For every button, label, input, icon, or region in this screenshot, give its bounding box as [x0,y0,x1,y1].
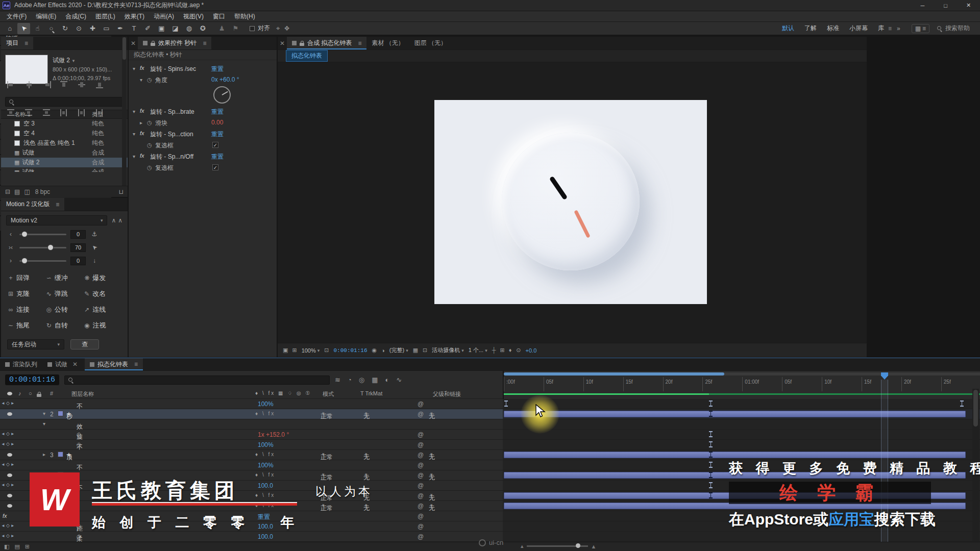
hand-tool-icon[interactable]: ☝ [31,23,44,34]
current-time[interactable]: 0:00:01:16 [334,347,368,354]
motion-action-button[interactable]: ⊞ 克隆 [7,289,45,298]
timeline-zoom-thumb[interactable] [504,372,724,375]
workspace-tab[interactable]: 默认 [777,24,799,33]
motion-action-button[interactable]: + 回弹 [7,273,45,283]
align-right-icon[interactable] [43,81,51,88]
stopwatch-icon[interactable]: ◷ [147,119,152,126]
transparency-grid-icon[interactable]: ⊡ [423,347,427,354]
camera-tool-icon[interactable]: ⊙ [72,23,85,34]
layer-name-column[interactable]: 图层名称 [71,390,94,398]
apply-button[interactable]: 查 [70,339,99,349]
curve-alt-icon[interactable]: ∧ [118,217,122,224]
distribute-right-icon[interactable] [96,109,104,116]
channel-icon[interactable]: ◑ [381,347,385,354]
effect-checkbox[interactable]: ✓ [212,164,218,170]
close-button[interactable]: ✕ [957,0,980,11]
grid-guides-icon[interactable]: ⊞ [292,347,297,354]
layer-switches[interactable]: ♦ \ fx [255,411,316,416]
puppet-tool-icon[interactable]: ✪ [197,23,209,34]
timeline-jump-icon[interactable]: ♦ [509,347,512,354]
parent-dropdown[interactable]: 无▾ [429,452,495,457]
keyframe-navigator[interactable]: ◄◇► [1,462,23,467]
panel-grid-icon[interactable]: ▦ [915,25,921,32]
twirl-icon[interactable]: ▸ [140,120,142,126]
keyframe-icon[interactable] [709,482,713,488]
pickwhip-icon[interactable]: @ [418,431,424,438]
lock-icon[interactable] [300,43,304,46]
ruler-tick[interactable]: 20f [901,377,941,391]
effect-property-row[interactable]: ◷ 复选框 ✓ [129,140,277,151]
motion-action-button[interactable]: ❋ 爆发 [83,273,121,283]
keyframe-navigator[interactable]: ◄◇► [1,441,23,446]
motion-action-button[interactable]: ◉ 注视 [83,321,121,330]
slider-track[interactable] [19,234,66,235]
motion-action-button[interactable]: ∞ 连接 [7,305,45,314]
motion-action-button[interactable]: ∿ 弹跳 [45,289,84,298]
menu-item[interactable]: 图层(L) [91,12,120,21]
effect-group-row[interactable]: ▾fx 旋转 - Sp...n/Off 重置 [129,151,277,162]
workspace-overflow[interactable]: » [893,25,904,32]
layer-name[interactable]: ★ ◷ 顶层 [66,452,71,458]
layer-color-swatch[interactable] [58,452,63,457]
align-bottom-icon[interactable] [96,81,104,88]
layer-duration-bar[interactable] [504,411,966,417]
angle-dial[interactable] [213,86,231,104]
layer-track[interactable] [503,440,980,449]
reset-link[interactable]: 重置 [211,65,224,73]
graph-editor-icon[interactable]: ∿ [396,376,402,384]
slider-value[interactable]: 0 [70,257,86,265]
pickwhip-icon[interactable]: @ [418,462,424,469]
distribute-top-icon[interactable] [7,109,15,116]
layer-name[interactable]: ★ ◷ 旋转 [77,431,82,438]
effect-checkbox[interactable]: ✓ [212,142,218,148]
menu-item[interactable]: 效果(T) [120,12,149,21]
twirl-icon[interactable]: ▾ [133,131,135,137]
zoom-tool-icon[interactable]: ○ [45,23,58,34]
ruler-tick[interactable]: 05f [544,377,583,391]
property-value[interactable]: 100% [258,400,274,408]
motion-action-button[interactable]: ↗ 连线 [83,305,121,314]
zoom-knob[interactable] [576,543,580,548]
timeline-tab[interactable]: 试做 ✕ [42,358,85,370]
slider-value[interactable]: 70 [70,243,86,252]
keyframe-icon[interactable] [960,400,964,407]
menu-item[interactable]: 合成(C) [61,12,91,21]
drop-icon[interactable]: ↓ [90,257,99,264]
home-tool-icon[interactable]: ⌂ [4,23,16,34]
angle-value[interactable]: 0x +60.0 ° [211,76,239,83]
flag-caret-icon[interactable]: ▼ [71,59,76,63]
project-search-input[interactable] [17,99,120,105]
layer-track[interactable] [503,430,980,439]
layer-name[interactable]: ★ ◷ 秒针 [66,411,71,417]
twirl-icon[interactable]: ▾ [43,421,45,427]
keyframe-icon[interactable] [709,431,713,437]
workspace-tab[interactable]: 了解 [799,24,822,33]
keyframe-navigator[interactable]: ◄◇► [1,533,23,538]
menu-item[interactable]: 帮助(H) [230,12,260,21]
motion-action-button[interactable]: ◎ 公转 [45,305,84,314]
slider-knob[interactable] [47,244,54,251]
motion-action-button[interactable]: ∼ 拖尾 [7,321,45,330]
eye-icon[interactable] [7,392,12,395]
reset-link[interactable]: 重置 [211,153,224,161]
property-value[interactable]: 1x +152.0 ° [258,431,289,438]
project-item-row[interactable]: ▦ 试做 合成 [1,167,128,172]
color-depth[interactable]: 8 bpc [35,188,50,195]
zoom-out-icon[interactable]: ▴ [521,543,524,549]
reset-link[interactable]: 重置 [211,108,224,116]
toggle-switches-icon[interactable]: ◧ [4,543,9,550]
shape-tool-icon[interactable]: ▭ [100,23,113,34]
timeline-tab[interactable]: 拟态化钟表 ≡ [85,358,143,370]
flag-icon[interactable]: ⚑ [229,23,242,34]
panel-menu-icon[interactable]: ≡ [358,40,361,47]
project-item-row[interactable]: ▦ 试做 2 合成 [1,158,128,167]
clock-second-hand[interactable] [576,212,588,236]
twirl-icon[interactable]: ▸ [43,452,45,457]
composition-viewer[interactable] [278,62,867,343]
keyframe-icon[interactable] [709,452,713,458]
layer-track[interactable] [503,409,980,419]
anchor-icon[interactable]: ⚓ [90,231,99,238]
pickwhip-icon[interactable]: @ [418,452,424,459]
curve-icon[interactable]: ∧ [111,217,116,224]
type-tool-icon[interactable]: T [128,23,140,34]
